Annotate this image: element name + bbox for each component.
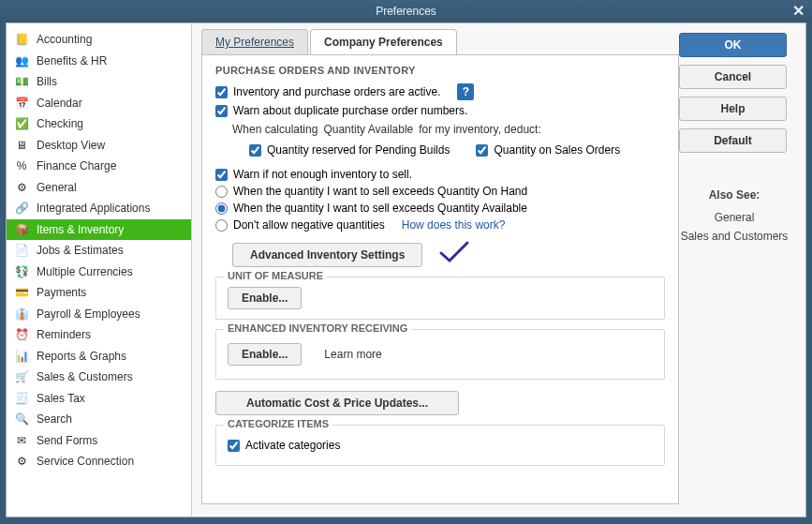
section-po-inventory-title: PURCHASE ORDERS AND INVENTORY	[215, 65, 665, 76]
sidebar-item-checking[interactable]: ✅Checking	[7, 113, 191, 135]
sidebar-icon: 👥	[12, 53, 31, 68]
eir-legend: ENHANCED INVENTORY RECEIVING	[224, 322, 411, 334]
label-warn-duplicate: Warn about duplicate purchase order numb…	[233, 104, 467, 117]
sidebar-item-general[interactable]: ⚙General	[7, 177, 191, 199]
sidebar-item-label: Send Forms	[37, 434, 97, 447]
checkbox-warn-not-enough[interactable]	[215, 169, 228, 181]
preferences-sidebar: 📒Accounting👥Benefits & HR💵Bills📅Calendar…	[7, 23, 192, 517]
also-see-item[interactable]: General	[679, 211, 790, 224]
close-icon[interactable]: ✕	[792, 2, 805, 20]
sidebar-item-finance-charge[interactable]: %Finance Charge	[7, 156, 191, 177]
auto-cost-price-button[interactable]: Automatic Cost & Price Updates...	[215, 391, 459, 415]
sidebar-item-desktop-view[interactable]: 🖥Desktop View	[7, 135, 191, 157]
title-bar: Preferences ✕	[0, 0, 812, 22]
radio-exceeds-available[interactable]	[215, 202, 228, 215]
section-categorize-items: CATEGORIZE ITEMS Activate categories	[215, 425, 665, 466]
default-button[interactable]: Default	[679, 128, 787, 153]
label-qty-pending-builds: Quantity reserved for Pending Builds	[267, 143, 450, 157]
sidebar-icon: 💵	[12, 74, 31, 89]
label-exceeds-on-hand: When the quantity I want to sell exceeds…	[233, 185, 527, 198]
tab-company-preferences[interactable]: Company Preferences	[310, 29, 457, 54]
sidebar-icon: 🔗	[12, 201, 31, 216]
preferences-window: 📒Accounting👥Benefits & HR💵Bills📅Calendar…	[6, 22, 806, 517]
radio-exceeds-on-hand[interactable]	[215, 186, 228, 198]
sidebar-item-reminders[interactable]: ⏰Reminders	[7, 324, 191, 346]
advanced-inventory-button[interactable]: Advanced Inventory Settings	[232, 243, 422, 267]
checkmark-icon	[438, 240, 470, 264]
label-no-negative: Don't allow negative quantities	[233, 218, 385, 232]
sidebar-icon: ⚙	[12, 180, 31, 195]
sidebar-item-label: Benefits & HR	[37, 54, 107, 67]
company-preferences-panel: PURCHASE ORDERS AND INVENTORY Inventory …	[201, 54, 679, 504]
ok-button[interactable]: OK	[679, 33, 787, 57]
link-quantity-available[interactable]: Quantity Available	[323, 123, 413, 136]
section-enhanced-inventory-receiving: ENHANCED INVENTORY RECEIVING Enable... L…	[215, 329, 665, 380]
checkbox-qty-sales-orders[interactable]	[476, 144, 488, 157]
sidebar-item-label: Integrated Applications	[37, 202, 150, 215]
right-column: OK Cancel Help Default Also See: General…	[679, 29, 799, 511]
also-see-item[interactable]: Sales and Customers	[679, 230, 790, 243]
label-warn-not-enough: Warn if not enough inventory to sell.	[233, 168, 412, 181]
sidebar-item-label: Items & Inventory	[37, 223, 124, 236]
sidebar-item-service-connection[interactable]: ⚙Service Connection	[7, 451, 191, 472]
sidebar-item-multiple-currencies[interactable]: 💱Multiple Currencies	[7, 262, 191, 283]
sidebar-item-label: Accounting	[37, 33, 92, 46]
sidebar-item-label: Desktop View	[37, 139, 105, 152]
sidebar-item-label: Jobs & Estimates	[37, 244, 124, 257]
radio-no-negative[interactable]	[215, 219, 228, 232]
eir-enable-button[interactable]: Enable...	[228, 343, 302, 366]
sidebar-icon: 📄	[12, 243, 31, 258]
sidebar-icon: 📦	[12, 222, 31, 237]
help-button[interactable]: Help	[679, 97, 787, 121]
cancel-button[interactable]: Cancel	[679, 65, 787, 89]
checkbox-qty-pending-builds[interactable]	[249, 144, 261, 157]
sidebar-item-label: Bills	[37, 75, 57, 88]
checkbox-warn-duplicate[interactable]	[215, 105, 228, 117]
sidebar-item-payroll-employees[interactable]: 👔Payroll & Employees	[7, 304, 191, 325]
sidebar-icon: 🛒	[12, 369, 31, 384]
link-how-does-this-work[interactable]: How does this work?	[402, 218, 506, 232]
sidebar-item-integrated-applications[interactable]: 🔗Integrated Applications	[7, 198, 191, 219]
sidebar-icon: 👔	[12, 307, 31, 322]
sidebar-item-search[interactable]: 🔍Search	[7, 409, 191, 430]
sidebar-item-calendar[interactable]: 📅Calendar	[7, 93, 191, 114]
categorize-legend: CATEGORIZE ITEMS	[224, 418, 332, 429]
sidebar-item-label: Reminders	[37, 328, 91, 341]
sidebar-item-sales-customers[interactable]: 🛒Sales & Customers	[7, 367, 191, 388]
sidebar-item-label: Service Connection	[37, 455, 134, 468]
sidebar-icon: 📅	[12, 96, 31, 111]
tab-my-preferences[interactable]: My Preferences	[201, 29, 308, 54]
section-unit-of-measure: UNIT OF MEASURE Enable...	[215, 277, 665, 320]
sidebar-item-send-forms[interactable]: ✉Send Forms	[7, 430, 191, 452]
sidebar-icon: 📊	[12, 349, 31, 364]
sidebar-item-label: Checking	[37, 117, 83, 130]
also-see-title: Also See:	[679, 188, 790, 202]
help-icon[interactable]: ?	[457, 83, 474, 100]
sidebar-item-items-inventory[interactable]: 📦Items & Inventory	[7, 219, 191, 241]
sidebar-icon: 💱	[12, 264, 31, 279]
label-inventory-active: Inventory and purchase orders are active…	[233, 85, 440, 98]
tabs: My Preferences Company Preferences	[201, 29, 679, 54]
sidebar-item-bills[interactable]: 💵Bills	[7, 71, 191, 93]
sidebar-icon: ✉	[12, 433, 31, 448]
sidebar-item-accounting[interactable]: 📒Accounting	[7, 29, 191, 51]
uom-enable-button[interactable]: Enable...	[228, 287, 302, 309]
sidebar-item-label: Payroll & Employees	[37, 307, 140, 321]
sidebar-icon: ✅	[12, 116, 31, 131]
sidebar-item-label: Payments	[37, 286, 86, 299]
sidebar-item-jobs-estimates[interactable]: 📄Jobs & Estimates	[7, 240, 191, 262]
label-qty-sales-orders: Quantity on Sales Orders	[494, 143, 620, 157]
sidebar-item-payments[interactable]: 💳Payments	[7, 282, 191, 304]
sidebar-item-sales-tax[interactable]: 🧾Sales Tax	[7, 388, 191, 410]
sidebar-item-label: General	[37, 181, 77, 194]
link-learn-more[interactable]: Learn more	[324, 348, 381, 361]
checkbox-activate-categories[interactable]	[228, 440, 240, 452]
uom-legend: UNIT OF MEASURE	[224, 270, 327, 281]
sidebar-icon: %	[12, 158, 31, 173]
checkbox-inventory-active[interactable]	[215, 86, 228, 98]
sidebar-item-reports-graphs[interactable]: 📊Reports & Graphs	[7, 346, 191, 367]
sidebar-item-label: Sales Tax	[37, 392, 85, 405]
label-exceeds-available: When the quantity I want to sell exceeds…	[233, 202, 527, 215]
sidebar-icon: 🔍	[12, 412, 31, 427]
sidebar-item-benefits-hr[interactable]: 👥Benefits & HR	[7, 51, 191, 72]
